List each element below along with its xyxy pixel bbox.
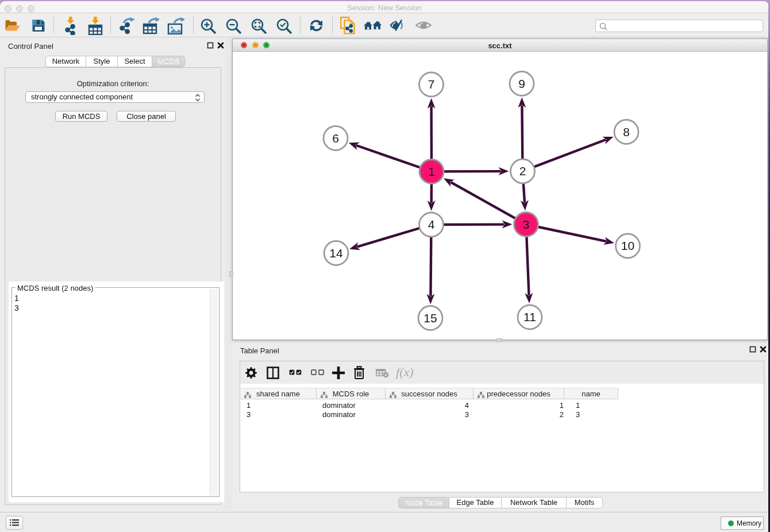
svg-text:3: 3 [523, 218, 530, 231]
svg-text:10: 10 [621, 239, 634, 252]
svg-text:6: 6 [332, 132, 339, 145]
svg-text:4: 4 [428, 218, 435, 231]
svg-text:14: 14 [329, 246, 343, 260]
svg-text:1: 1 [428, 165, 435, 178]
svg-text:11: 11 [523, 310, 536, 323]
svg-text:15: 15 [424, 311, 437, 325]
svg-text:8: 8 [623, 125, 630, 138]
svg-text:7: 7 [428, 78, 435, 91]
svg-text:9: 9 [518, 77, 525, 90]
svg-text:2: 2 [519, 164, 526, 178]
